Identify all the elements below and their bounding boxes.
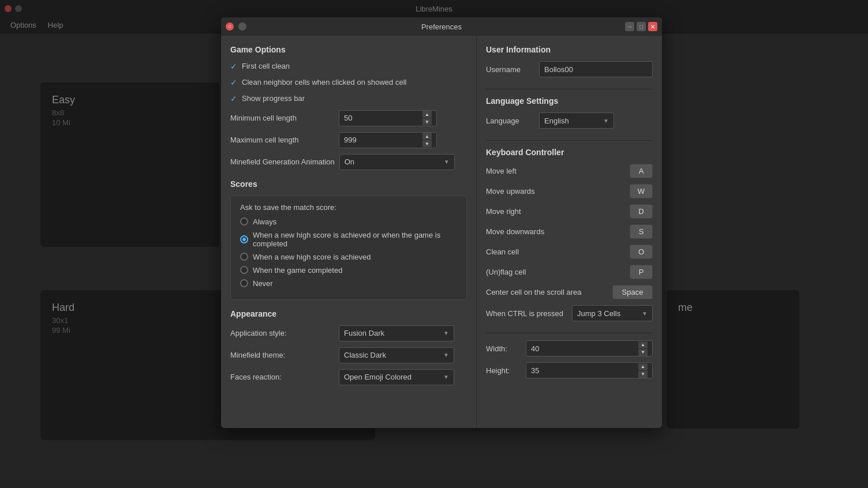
dialog-dot-grey (238, 22, 246, 31)
kbd-move-up: Move upwards W (486, 184, 653, 198)
language-title: Language Settings (486, 96, 653, 106)
kbd-clean-cell: Clean cell O (486, 245, 653, 259)
language-label: Language (486, 117, 532, 125)
kbd-clean-cell-key[interactable]: O (630, 245, 653, 259)
minefield-animation-select[interactable]: On ▼ (339, 154, 455, 170)
ctrl-pressed-select[interactable]: Jump 3 Cells ▼ (572, 305, 653, 321)
checkmark-icon: ✓ (230, 62, 237, 71)
checkmark-icon-3: ✓ (230, 94, 237, 103)
app-style-select[interactable]: Fusion Dark ▼ (339, 325, 454, 341)
min-cell-spinner[interactable]: ▲ ▼ (422, 111, 432, 125)
kbd-ctrl-pressed-label: When CTRL is pressed (486, 309, 567, 318)
faces-reaction-select[interactable]: Open Emoji Colored ▼ (339, 369, 454, 385)
chevron-down-icon-ctrl: ▼ (642, 310, 648, 317)
height-spinner[interactable]: ▲ ▼ (638, 363, 648, 378)
kbd-move-right-label: Move right (486, 207, 625, 216)
minefield-theme-row: Minefield theme: Classic Dark ▼ (230, 347, 467, 363)
faces-reaction-row: Faces reaction: Open Emoji Colored ▼ (230, 369, 467, 385)
max-cell-down[interactable]: ▼ (422, 140, 432, 147)
kbd-center-cell-label: Center cell on the scroll area (486, 288, 608, 296)
username-label: Username (486, 65, 532, 74)
kbd-clean-cell-label: Clean cell (486, 247, 625, 256)
radio-game-complete-circle (240, 266, 248, 274)
user-info-title: User Information (486, 45, 653, 54)
checkbox-first-cell-clean[interactable]: ✓ First cell clean (230, 61, 467, 72)
max-cell-input[interactable]: 999 ▲ ▼ (339, 132, 437, 148)
username-input[interactable] (539, 61, 653, 77)
checkbox-show-progress[interactable]: ✓ Show progress bar (230, 93, 467, 104)
faces-reaction-label: Faces reaction: (230, 373, 334, 381)
height-value: 35 (531, 366, 539, 375)
radio-always-circle (240, 217, 248, 226)
chevron-down-icon: ▼ (444, 159, 450, 165)
scores-ask-label: Ask to save the match score: (240, 203, 457, 212)
radio-new-high-or-complete[interactable]: When a new high score is achieved or whe… (240, 231, 457, 248)
chevron-down-icon-3: ▼ (443, 352, 449, 358)
height-label: Height: (486, 366, 521, 375)
radio-always[interactable]: Always (240, 217, 457, 226)
language-select[interactable]: English ▼ (539, 112, 614, 129)
divider-1 (486, 89, 653, 89)
kbd-move-down-key[interactable]: S (630, 224, 653, 239)
minimize-button[interactable]: ─ (625, 22, 634, 31)
minefield-animation-value: On (345, 157, 354, 166)
language-value: English (544, 117, 569, 125)
scores-section: Scores Ask to save the match score: Alwa… (230, 179, 467, 300)
width-value: 40 (531, 344, 539, 353)
height-row: Height: 35 ▲ ▼ (486, 362, 653, 378)
kbd-center-cell-key[interactable]: Space (612, 285, 653, 299)
height-down[interactable]: ▼ (638, 371, 648, 378)
dialog-window-buttons: ─ □ ✕ (625, 22, 657, 31)
radio-never-label: Never (253, 279, 273, 288)
language-row: Language English ▼ (486, 112, 653, 129)
close-button[interactable]: ✕ (648, 22, 657, 31)
max-cell-spinner[interactable]: ▲ ▼ (422, 133, 432, 147)
dialog-body: Game Options ✓ First cell clean ✓ Clean … (221, 36, 662, 428)
clean-neighbor-label: Clean neighbor cells when clicked on sho… (242, 77, 406, 88)
kbd-move-right-key[interactable]: D (630, 204, 653, 219)
radio-new-high-or-complete-circle (240, 235, 248, 243)
faces-reaction-value: Open Emoji Colored (344, 373, 411, 381)
minefield-theme-label: Minefield theme: (230, 351, 334, 359)
width-input[interactable]: 40 ▲ ▼ (526, 340, 653, 356)
radio-game-complete[interactable]: When the game completed (240, 266, 457, 275)
kbd-move-up-label: Move upwards (486, 187, 625, 196)
checkbox-clean-neighbor[interactable]: ✓ Clean neighbor cells when clicked on s… (230, 77, 467, 88)
width-up[interactable]: ▲ (638, 341, 648, 348)
kbd-unflag-cell: (Un)flag cell P (486, 265, 653, 279)
max-cell-length-row: Maximum cell length 999 ▲ ▼ (230, 132, 467, 148)
maximize-button[interactable]: □ (637, 22, 646, 31)
height-input[interactable]: 35 ▲ ▼ (526, 362, 653, 378)
min-cell-up[interactable]: ▲ (422, 111, 432, 118)
max-cell-label: Maximum cell length (230, 136, 334, 144)
kbd-unflag-cell-key[interactable]: P (630, 265, 653, 279)
radio-never-circle (240, 279, 248, 287)
radio-always-label: Always (253, 217, 276, 226)
height-up[interactable]: ▲ (638, 363, 648, 370)
kbd-move-up-key[interactable]: W (630, 184, 653, 198)
radio-game-complete-label: When the game completed (253, 266, 342, 275)
preferences-dialog: Preferences ─ □ ✕ Game Options ✓ First c… (221, 17, 662, 428)
radio-new-high[interactable]: When a new high score is achieved (240, 253, 457, 261)
max-cell-value: 999 (344, 136, 357, 144)
min-cell-input[interactable]: 50 ▲ ▼ (339, 110, 437, 126)
right-panel: User Information Username Language Setti… (477, 36, 662, 428)
radio-new-high-or-complete-label: When a new high score is achieved or whe… (253, 231, 457, 248)
kbd-center-cell: Center cell on the scroll area Space (486, 285, 653, 299)
minefield-animation-row: Minefield Generation Animation On ▼ (230, 154, 467, 170)
minefield-theme-select[interactable]: Classic Dark ▼ (339, 347, 454, 363)
kbd-move-down: Move downwards S (486, 224, 653, 239)
appearance-section: Appearance Application style: Fusion Dar… (230, 309, 467, 385)
scores-inner: Ask to save the match score: Always When… (230, 196, 467, 300)
kbd-unflag-cell-label: (Un)flag cell (486, 268, 625, 276)
chevron-down-icon-4: ▼ (443, 374, 449, 380)
kbd-move-left-key[interactable]: A (630, 164, 653, 178)
width-spinner[interactable]: ▲ ▼ (638, 341, 648, 356)
divider-2 (486, 140, 653, 141)
width-down[interactable]: ▼ (638, 349, 648, 356)
radio-never[interactable]: Never (240, 279, 457, 288)
first-cell-clean-label: First cell clean (242, 61, 290, 72)
min-cell-down[interactable]: ▼ (422, 118, 432, 125)
max-cell-up[interactable]: ▲ (422, 133, 432, 140)
chevron-down-icon-lang: ▼ (603, 118, 609, 124)
